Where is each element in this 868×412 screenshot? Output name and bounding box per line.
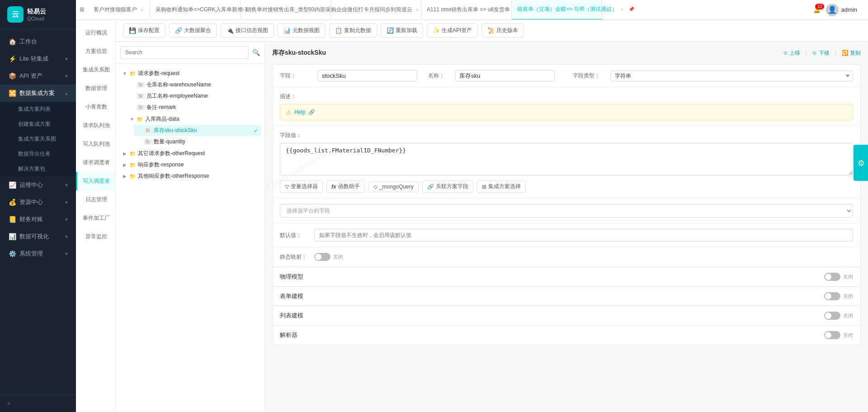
left-nav-exception-monitor[interactable]: 异常监控	[76, 227, 115, 246]
toggle-control[interactable]	[314, 253, 330, 261]
tree-node-row-other-response[interactable]: ▶ 📁 其他响应参数-otherResponse	[119, 170, 261, 182]
left-nav-request-queue[interactable]: 请求队列池	[76, 116, 115, 135]
gen-api-button[interactable]: ✨ 生成API资产	[427, 24, 478, 38]
copy-btn[interactable]: 🔁 复制	[842, 49, 861, 57]
search-input[interactable]	[120, 46, 249, 59]
left-nav-relation-map[interactable]: 集成关系图	[76, 61, 115, 79]
field-input[interactable]	[318, 70, 417, 81]
left-nav-qingcha[interactable]: 小青查数	[76, 98, 115, 116]
form-model-toggle[interactable]: 关闭	[824, 292, 853, 300]
link-icon: 🔗	[427, 184, 434, 190]
left-nav-write-scheduler[interactable]: 写入调度者	[76, 172, 115, 190]
tree-node-row-stocksku[interactable]: Sr 库存sku-stockSku ✓	[134, 125, 261, 136]
help-link[interactable]: Help	[294, 109, 306, 115]
help-link-icon[interactable]: 🔗	[308, 109, 315, 115]
tree-node-row-response[interactable]: ▶ 📁 响应参数-response	[119, 159, 261, 170]
tab-1[interactable]: 采购收料通知单=>CGRK入库单新增-1 ×	[150, 0, 241, 20]
tree-node-row-goods[interactable]: ▼ 📁 入库商品-data	[127, 114, 261, 125]
tab-label: A111 oms销售出库单 => u8发货单	[427, 6, 510, 14]
meta-view-label: 元数据视图	[292, 27, 320, 34]
left-nav-data-mgmt[interactable]: 数据管理	[76, 79, 115, 98]
notification-btn[interactable]: 🔔 10	[813, 6, 821, 13]
form-row-desc: 描述： ⚠ Help 🔗	[273, 87, 860, 126]
link-field-btn[interactable]: 🔗 关联方案字段	[422, 180, 473, 193]
physical-model-toggle[interactable]: 关闭	[824, 273, 853, 281]
toggle-control[interactable]	[824, 292, 840, 300]
sidebar-item-integration[interactable]: 🔀 数据集成方案 ▲	[0, 85, 76, 102]
sidebar-sub-item-export[interactable]: 数据导出任务	[0, 147, 76, 161]
tab-3[interactable]: 企业微信打卡月报同步到简道云 ×	[331, 0, 421, 20]
history-button[interactable]: 📜 历史版本	[481, 24, 524, 38]
toggle-control[interactable]	[824, 312, 840, 320]
sidebar-collapse-btn[interactable]: ≡	[0, 394, 76, 412]
variable-selector-btn[interactable]: ▽ 变量选择器	[280, 180, 323, 193]
sidebar-item-workbench[interactable]: 🏠 工作台	[0, 33, 76, 50]
list-model-toggle[interactable]: 关闭	[824, 312, 853, 320]
integration-select-btn[interactable]: ⊞ 集成方案选择	[477, 180, 526, 193]
left-nav-log-mgmt[interactable]: 日志管理	[76, 190, 115, 209]
content-area: 运行概况 方案信息 集成关系图 数据管理 小青查数 请求队列池	[76, 20, 868, 412]
function-helper-btn[interactable]: fx 函数助手	[326, 180, 365, 193]
tree-node-row-employee[interactable]: Sr 员工名称-employeeName	[127, 90, 261, 102]
bigdata-merge-button[interactable]: 🔗 大数据聚合	[169, 24, 217, 38]
mongo-query-btn[interactable]: ◇ _mongoQuery	[368, 181, 419, 192]
left-nav-write-queue[interactable]: 写入队列池	[76, 135, 115, 153]
interface-view-button[interactable]: 🔌 接口信息视图	[221, 24, 274, 38]
tab-4[interactable]: A111 oms销售出库单 => u8发货单 ×	[421, 0, 512, 20]
sidebar-item-sysadmin[interactable]: ⚙️ 系统管理 ▼	[0, 245, 76, 262]
tree-node-row-quantity[interactable]: Sr 数量-quantity	[134, 136, 261, 147]
left-nav-solution-info[interactable]: 方案信息	[76, 42, 115, 61]
detail-form: 字段： 名称： 字段类型： 字符串 描述	[272, 64, 861, 345]
sidebar-sub-item-create[interactable]: 创建集成方案	[0, 117, 76, 132]
left-nav-request-scheduler[interactable]: 请求调度者	[76, 153, 115, 172]
move-down-btn[interactable]: ⊙ 下移	[812, 49, 829, 57]
tab-close-icon[interactable]: ×	[620, 7, 624, 12]
default-input[interactable]	[314, 229, 853, 242]
sidebar-item-label: 工作台	[19, 38, 37, 46]
sidebar-item-dataviz[interactable]: 📊 数据可视化 ▼	[0, 228, 76, 245]
sidebar-sub-item-list[interactable]: 集成方案列表	[0, 102, 76, 117]
tab-5[interactable]: 组装单（父项）金蝶=> 马帮（测试通过） × 📌	[512, 0, 602, 20]
sidebar-item-lite[interactable]: ⚡ Lite 轻集成 ▼	[0, 50, 76, 67]
left-nav-event-factory[interactable]: 事件加工厂	[76, 209, 115, 227]
tree-node-row-request[interactable]: ▼ 📁 请求参数-request	[119, 68, 261, 79]
tree-search-area: 🔍	[116, 42, 264, 64]
tab-pin-icon[interactable]: 📌	[627, 6, 636, 12]
left-nav-overview[interactable]: 运行概况	[76, 24, 115, 42]
sidebar-item-finance[interactable]: 📒 财务对账 ▼	[0, 211, 76, 228]
settings-fab-btn[interactable]: ⚙	[854, 145, 868, 181]
tab-close-icon[interactable]: ×	[140, 7, 144, 13]
name-input[interactable]	[455, 70, 555, 81]
tab-close-icon[interactable]: ×	[415, 7, 420, 13]
tree-node-row-other-request[interactable]: ▶ 📁 其它请求参数-otherRequest	[119, 148, 261, 159]
sidebar-item-api[interactable]: 📦 API 资产 ▼	[0, 67, 76, 85]
sidebar-sub-item-solution[interactable]: 解决方案包	[0, 161, 76, 176]
move-up-btn[interactable]: ⊙ 上移	[783, 49, 800, 57]
tab-more-btn[interactable]: ···	[602, 6, 615, 14]
tab-0[interactable]: 客户对接领猫客户 ×	[88, 0, 150, 20]
source-select[interactable]: 选择源平台的字段	[280, 204, 853, 218]
meta-view-button[interactable]: 📊 元数据视图	[278, 24, 326, 38]
type-select[interactable]: 字符串	[611, 71, 853, 81]
sidebar-item-ops[interactable]: 📈 运维中心 ▼	[0, 176, 76, 194]
reload-button[interactable]: 🔄 重新加载	[381, 24, 423, 38]
search-icon[interactable]: 🔍	[252, 49, 260, 56]
tree-node-row-warehouse[interactable]: Sr 仓库名称-warehouseName	[127, 79, 261, 90]
toggle-control[interactable]	[824, 331, 840, 339]
sidebar-sub-item-relation[interactable]: 集成方案关系图	[0, 132, 76, 147]
function-label: 函数助手	[338, 183, 360, 190]
tree-panel: 🔍 ▼ 📁 请求参数-request	[116, 42, 265, 412]
parser-toggle[interactable]: 关闭	[824, 331, 853, 339]
tree-node-row-remark[interactable]: Sr 备注-remark	[127, 102, 261, 113]
save-config-button[interactable]: 💾 保存配置	[123, 24, 165, 38]
tab-2[interactable]: 销售单对接销售出库_类型93内部采购 ×	[241, 0, 331, 20]
value-textarea[interactable]: {{goods_list.FMaterialID_FNumber}}	[280, 143, 853, 175]
menu-icon[interactable]: ≡	[80, 5, 85, 14]
user-menu[interactable]: 👤 admin	[826, 4, 857, 16]
toggle-control[interactable]	[824, 273, 840, 281]
sidebar-item-resource[interactable]: 💰 资源中心 ▼	[0, 194, 76, 211]
copy-meta-button[interactable]: 📋 复制元数据	[329, 24, 377, 38]
toggle-expand-icon: ▶	[122, 174, 127, 179]
static-map-toggle[interactable]: 关闭	[314, 253, 343, 261]
parser-label: 解析器	[280, 331, 297, 339]
